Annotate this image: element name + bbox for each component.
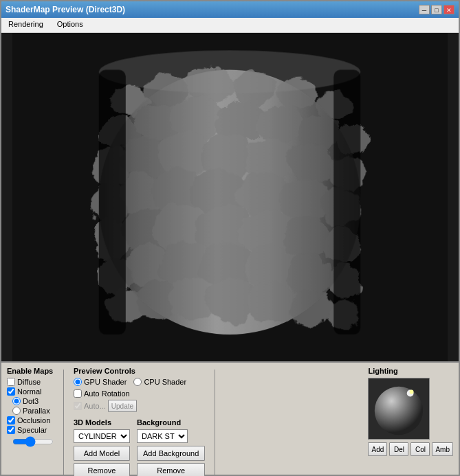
parallax-label: Parallax xyxy=(23,407,50,415)
models-bg-row: 3D Models CYLINDER SPHERE PLANE BOX Add … xyxy=(74,418,205,476)
menu-bar: Rendering Options xyxy=(1,18,459,33)
normal-label: Normal xyxy=(17,387,41,396)
slider-row xyxy=(7,437,54,446)
models-title: 3D Models xyxy=(74,418,130,427)
specular-label: Specular xyxy=(17,426,47,434)
add-model-button[interactable]: Add Model xyxy=(74,446,130,461)
enable-maps-title: Enable Maps xyxy=(7,367,54,375)
dot3-row: Dot3 xyxy=(7,397,54,405)
dot3-label: Dot3 xyxy=(23,397,39,405)
svg-point-60 xyxy=(410,390,414,394)
update-button[interactable]: Update xyxy=(108,400,137,412)
title-bar: ShaderMap Preview (Direct3D) ─ □ ✕ xyxy=(1,1,459,18)
divider-1 xyxy=(63,370,64,476)
occlusion-row: Occlusion xyxy=(7,416,54,424)
maximize-button[interactable]: □ xyxy=(431,5,442,14)
normal-row: Normal xyxy=(7,387,54,396)
svg-rect-55 xyxy=(99,70,126,335)
bg-dropdown-row: DARK ST WHITE BLACK GREY xyxy=(137,429,205,443)
models-select[interactable]: CYLINDER SPHERE PLANE BOX xyxy=(74,429,130,443)
title-controls: ─ □ ✕ xyxy=(419,5,454,14)
svg-point-54 xyxy=(99,50,360,93)
svg-rect-56 xyxy=(333,70,360,335)
shader-radio-pair: GPU Shader CPU Shader xyxy=(74,378,205,387)
auto-rotation-label: Auto Rotation xyxy=(84,389,130,398)
close-button[interactable]: ✕ xyxy=(443,5,454,14)
lighting-title: Lighting xyxy=(368,367,453,375)
cpu-shader-radio[interactable] xyxy=(133,378,142,386)
diffuse-checkbox[interactable] xyxy=(7,378,15,386)
svg-point-58 xyxy=(375,387,423,435)
preview-controls-title: Preview Controls xyxy=(74,367,205,375)
add-background-button[interactable]: Add Background xyxy=(137,446,205,461)
add-light-button[interactable]: Add xyxy=(368,442,387,456)
main-window: ShaderMap Preview (Direct3D) ─ □ ✕ Rende… xyxy=(0,0,460,476)
auto-rotation-row: Auto Rotation xyxy=(74,389,205,398)
bottom-panel: Enable Maps Diffuse Normal Dot3 Parallax xyxy=(1,361,459,475)
gpu-shader-label: GPU Shader xyxy=(84,378,127,386)
background-section: Background DARK ST WHITE BLACK GREY Add … xyxy=(137,418,205,476)
enable-maps-section: Enable Maps Diffuse Normal Dot3 Parallax xyxy=(7,367,54,476)
parallax-row: Parallax xyxy=(7,407,54,415)
auto-update-checkbox[interactable] xyxy=(74,402,82,410)
remove-background-button[interactable]: Remove xyxy=(137,463,205,476)
models-dropdown-row: CYLINDER SPHERE PLANE BOX xyxy=(74,429,130,443)
svg-rect-53 xyxy=(99,70,360,335)
lighting-section: Lighting xyxy=(368,367,453,476)
minimize-button[interactable]: ─ xyxy=(419,5,430,14)
occlusion-checkbox[interactable] xyxy=(7,416,15,424)
remove-model-button[interactable]: Remove xyxy=(74,463,130,476)
specular-row: Specular xyxy=(7,426,54,434)
specular-slider[interactable] xyxy=(12,437,54,446)
auto-rotation-checkbox[interactable] xyxy=(74,389,82,398)
normal-checkbox[interactable] xyxy=(7,387,15,396)
lighting-preview xyxy=(368,378,430,440)
window-title: ShaderMap Preview (Direct3D) xyxy=(6,5,125,14)
menu-options[interactable]: Options xyxy=(54,19,86,31)
menu-rendering[interactable]: Rendering xyxy=(6,19,46,31)
background-select[interactable]: DARK ST WHITE BLACK GREY xyxy=(137,429,188,443)
specular-checkbox[interactable] xyxy=(7,426,15,434)
del-light-button[interactable]: Del xyxy=(389,442,408,456)
auto-update-row: Auto... Update xyxy=(74,400,205,412)
background-title: Background xyxy=(137,418,205,427)
auto-label: Auto... xyxy=(84,402,106,410)
dot3-radio[interactable] xyxy=(12,397,21,405)
models-section: 3D Models CYLINDER SPHERE PLANE BOX Add … xyxy=(74,418,130,476)
diffuse-row: Diffuse xyxy=(7,378,54,386)
divider-2 xyxy=(215,370,215,476)
gpu-shader-row: GPU Shader xyxy=(74,378,127,386)
occlusion-label: Occlusion xyxy=(17,416,50,424)
gpu-shader-radio[interactable] xyxy=(74,378,82,386)
preview-controls-section: Preview Controls GPU Shader CPU Shader A… xyxy=(74,367,205,476)
amb-light-button[interactable]: Amb xyxy=(432,442,453,456)
diffuse-label: Diffuse xyxy=(17,378,41,386)
col-light-button[interactable]: Col xyxy=(410,442,430,456)
cpu-shader-row: CPU Shader xyxy=(133,378,186,386)
controls-row: Enable Maps Diffuse Normal Dot3 Parallax xyxy=(1,363,459,476)
parallax-radio[interactable] xyxy=(12,407,21,415)
cpu-shader-label: CPU Shader xyxy=(144,378,186,386)
lighting-buttons: Add Del Col Amb xyxy=(368,442,453,456)
viewport xyxy=(1,33,459,361)
